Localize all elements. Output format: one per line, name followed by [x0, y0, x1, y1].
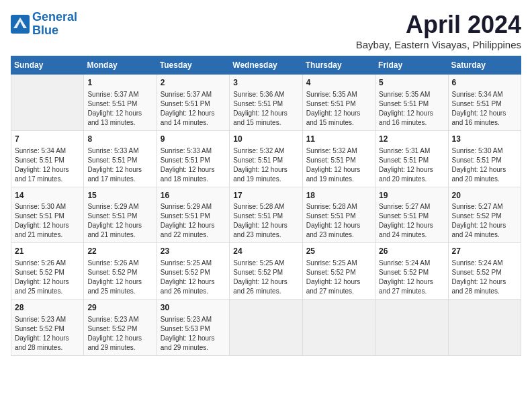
day-info: Sunrise: 5:32 AM Sunset: 5:51 PM Dayligh…: [233, 146, 298, 184]
header-wednesday: Wednesday: [230, 56, 302, 75]
logo-text: General Blue: [32, 11, 77, 38]
day-number: 6: [452, 77, 517, 89]
day-number: 26: [379, 246, 444, 257]
day-number: 2: [161, 77, 226, 89]
day-info: Sunrise: 5:23 AM Sunset: 5:52 PM Dayligh…: [15, 315, 80, 353]
day-number: 5: [379, 77, 444, 89]
day-cell: 9Sunrise: 5:33 AM Sunset: 5:51 PM Daylig…: [157, 130, 229, 187]
day-info: Sunrise: 5:26 AM Sunset: 5:52 PM Dayligh…: [87, 259, 152, 296]
day-cell: [448, 300, 521, 356]
day-info: Sunrise: 5:30 AM Sunset: 5:51 PM Dayligh…: [452, 146, 517, 184]
day-cell: 28Sunrise: 5:23 AM Sunset: 5:52 PM Dayli…: [11, 300, 84, 356]
day-number: 29: [87, 302, 152, 314]
header-sunday: Sunday: [11, 56, 84, 75]
day-info: Sunrise: 5:37 AM Sunset: 5:51 PM Dayligh…: [161, 90, 226, 128]
day-cell: [11, 75, 84, 131]
week-row-3: 14Sunrise: 5:30 AM Sunset: 5:51 PM Dayli…: [11, 187, 521, 243]
week-row-5: 28Sunrise: 5:23 AM Sunset: 5:52 PM Dayli…: [11, 300, 521, 356]
calendar-table: SundayMondayTuesdayWednesdayThursdayFrid…: [11, 56, 521, 356]
logo: General Blue: [11, 11, 77, 38]
title-block: April 2024 Baybay, Eastern Visayas, Phil…: [356, 11, 521, 50]
day-info: Sunrise: 5:27 AM Sunset: 5:51 PM Dayligh…: [379, 202, 444, 240]
day-info: Sunrise: 5:34 AM Sunset: 5:51 PM Dayligh…: [15, 146, 80, 184]
day-number: 8: [87, 134, 152, 145]
day-info: Sunrise: 5:32 AM Sunset: 5:51 PM Dayligh…: [306, 146, 371, 184]
day-cell: 29Sunrise: 5:23 AM Sunset: 5:52 PM Dayli…: [84, 300, 157, 356]
logo-icon: [11, 15, 30, 34]
day-cell: 1Sunrise: 5:37 AM Sunset: 5:51 PM Daylig…: [84, 75, 157, 131]
header-friday: Friday: [375, 56, 448, 75]
day-info: Sunrise: 5:25 AM Sunset: 5:52 PM Dayligh…: [306, 259, 371, 296]
day-cell: 21Sunrise: 5:26 AM Sunset: 5:52 PM Dayli…: [11, 243, 84, 300]
day-info: Sunrise: 5:28 AM Sunset: 5:51 PM Dayligh…: [233, 202, 298, 240]
day-info: Sunrise: 5:29 AM Sunset: 5:51 PM Dayligh…: [161, 202, 226, 240]
day-info: Sunrise: 5:27 AM Sunset: 5:52 PM Dayligh…: [452, 202, 517, 240]
day-cell: [375, 300, 448, 356]
day-info: Sunrise: 5:29 AM Sunset: 5:51 PM Dayligh…: [87, 202, 152, 240]
day-info: Sunrise: 5:24 AM Sunset: 5:52 PM Dayligh…: [452, 259, 517, 296]
day-number: 12: [379, 134, 444, 145]
day-number: 1: [87, 77, 152, 89]
day-info: Sunrise: 5:31 AM Sunset: 5:51 PM Dayligh…: [379, 146, 444, 184]
header-saturday: Saturday: [448, 56, 521, 75]
day-number: 4: [306, 77, 371, 89]
day-number: 21: [15, 246, 80, 257]
month-title: April 2024: [356, 11, 521, 39]
day-cell: 3Sunrise: 5:36 AM Sunset: 5:51 PM Daylig…: [230, 75, 302, 131]
day-number: 27: [452, 246, 517, 257]
day-number: 24: [233, 246, 298, 257]
day-cell: 8Sunrise: 5:33 AM Sunset: 5:51 PM Daylig…: [84, 130, 157, 187]
day-cell: 27Sunrise: 5:24 AM Sunset: 5:52 PM Dayli…: [448, 243, 521, 300]
day-cell: 23Sunrise: 5:25 AM Sunset: 5:52 PM Dayli…: [157, 243, 229, 300]
day-number: 18: [306, 190, 371, 201]
day-number: 19: [379, 190, 444, 201]
day-cell: 11Sunrise: 5:32 AM Sunset: 5:51 PM Dayli…: [302, 130, 375, 187]
week-row-1: 1Sunrise: 5:37 AM Sunset: 5:51 PM Daylig…: [11, 75, 521, 131]
day-cell: 18Sunrise: 5:28 AM Sunset: 5:51 PM Dayli…: [302, 187, 375, 243]
day-cell: [230, 300, 302, 356]
day-number: 7: [15, 134, 80, 145]
day-info: Sunrise: 5:37 AM Sunset: 5:51 PM Dayligh…: [87, 90, 152, 128]
day-number: 11: [306, 134, 371, 145]
day-cell: 22Sunrise: 5:26 AM Sunset: 5:52 PM Dayli…: [84, 243, 157, 300]
day-cell: 30Sunrise: 5:23 AM Sunset: 5:53 PM Dayli…: [157, 300, 229, 356]
day-cell: 7Sunrise: 5:34 AM Sunset: 5:51 PM Daylig…: [11, 130, 84, 187]
header-tuesday: Tuesday: [157, 56, 229, 75]
day-cell: 14Sunrise: 5:30 AM Sunset: 5:51 PM Dayli…: [11, 187, 84, 243]
location-title: Baybay, Eastern Visayas, Philippines: [356, 39, 521, 50]
page-header: General Blue April 2024 Baybay, Eastern …: [11, 11, 521, 50]
day-cell: 24Sunrise: 5:25 AM Sunset: 5:52 PM Dayli…: [230, 243, 302, 300]
day-info: Sunrise: 5:35 AM Sunset: 5:51 PM Dayligh…: [379, 90, 444, 128]
day-info: Sunrise: 5:25 AM Sunset: 5:52 PM Dayligh…: [161, 259, 226, 296]
day-info: Sunrise: 5:26 AM Sunset: 5:52 PM Dayligh…: [15, 259, 80, 296]
day-number: 14: [15, 190, 80, 201]
day-info: Sunrise: 5:36 AM Sunset: 5:51 PM Dayligh…: [233, 90, 298, 128]
day-number: 15: [87, 190, 152, 201]
header-monday: Monday: [84, 56, 157, 75]
day-number: 23: [161, 246, 226, 257]
day-cell: 19Sunrise: 5:27 AM Sunset: 5:51 PM Dayli…: [375, 187, 448, 243]
day-cell: 15Sunrise: 5:29 AM Sunset: 5:51 PM Dayli…: [84, 187, 157, 243]
day-number: 9: [161, 134, 226, 145]
day-info: Sunrise: 5:23 AM Sunset: 5:52 PM Dayligh…: [87, 315, 152, 353]
header-thursday: Thursday: [302, 56, 375, 75]
header-row: SundayMondayTuesdayWednesdayThursdayFrid…: [11, 56, 521, 75]
week-row-2: 7Sunrise: 5:34 AM Sunset: 5:51 PM Daylig…: [11, 130, 521, 187]
day-info: Sunrise: 5:28 AM Sunset: 5:51 PM Dayligh…: [306, 202, 371, 240]
day-info: Sunrise: 5:23 AM Sunset: 5:53 PM Dayligh…: [161, 315, 226, 353]
day-cell: 12Sunrise: 5:31 AM Sunset: 5:51 PM Dayli…: [375, 130, 448, 187]
day-info: Sunrise: 5:33 AM Sunset: 5:51 PM Dayligh…: [87, 146, 152, 184]
day-number: 28: [15, 302, 80, 314]
day-number: 16: [161, 190, 226, 201]
day-info: Sunrise: 5:30 AM Sunset: 5:51 PM Dayligh…: [15, 202, 80, 240]
day-cell: 13Sunrise: 5:30 AM Sunset: 5:51 PM Dayli…: [448, 130, 521, 187]
day-cell: 17Sunrise: 5:28 AM Sunset: 5:51 PM Dayli…: [230, 187, 302, 243]
day-number: 30: [161, 302, 226, 314]
day-cell: [302, 300, 375, 356]
day-number: 20: [452, 190, 517, 201]
day-info: Sunrise: 5:34 AM Sunset: 5:51 PM Dayligh…: [452, 90, 517, 128]
day-number: 22: [87, 246, 152, 257]
day-info: Sunrise: 5:24 AM Sunset: 5:52 PM Dayligh…: [379, 259, 444, 296]
day-cell: 25Sunrise: 5:25 AM Sunset: 5:52 PM Dayli…: [302, 243, 375, 300]
day-number: 13: [452, 134, 517, 145]
